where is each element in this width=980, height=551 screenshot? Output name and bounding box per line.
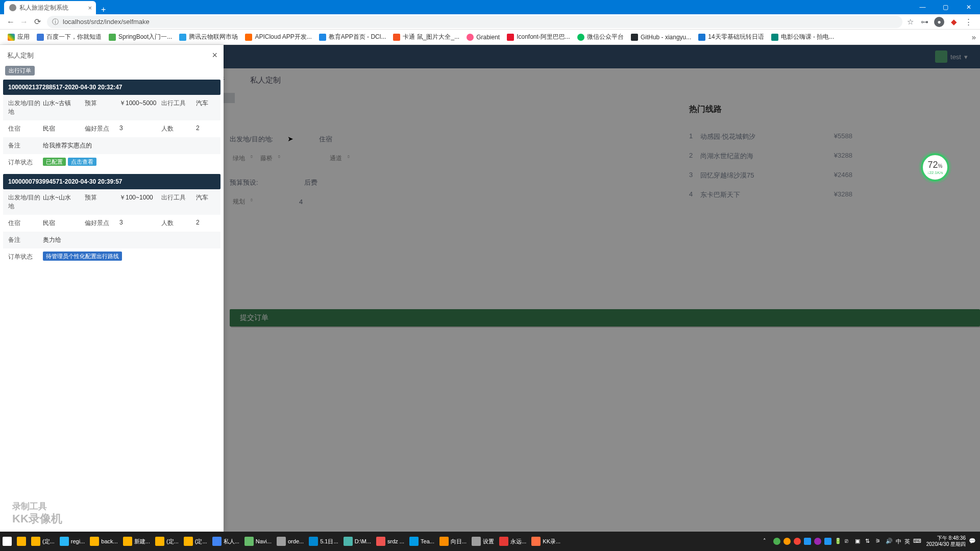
new-tab-button[interactable]: + [96, 5, 111, 14]
taskbar-app-label: 5.1日... [320, 538, 338, 545]
bookmark-item[interactable]: 卡通 鼠_图片大全_... [389, 31, 463, 44]
taskbar-clock[interactable]: 下午 8:48:36 2020/4/30 星期四 [923, 535, 966, 547]
bookmark-label: Iconfont-阿里巴巴... [517, 33, 570, 41]
taskbar-app[interactable]: D:\M... [341, 532, 374, 551]
speed-badge[interactable]: 72% ↓22.1K/s [921, 153, 949, 182]
drawer-title: 私人定制 [7, 51, 34, 60]
profile-icon[interactable]: ● [934, 17, 944, 27]
tray-icon[interactable] [773, 538, 780, 545]
close-tab-icon[interactable]: × [88, 4, 92, 12]
taskbar-app[interactable]: orde... [274, 532, 306, 551]
taskbar-app[interactable]: Navi... [242, 532, 274, 551]
forward-button[interactable]: → [17, 15, 31, 29]
cell-value: 2 [196, 219, 238, 228]
bookmark-item[interactable]: 电影公嗨课 - 拍电... [768, 31, 838, 44]
wifi-icon[interactable]: ⚞ [875, 538, 883, 545]
bookmark-item[interactable]: 腾讯云物联网市场 [176, 31, 241, 44]
volume-icon[interactable]: 🔊 [886, 538, 893, 545]
taskbar-app[interactable]: 5.1日... [306, 532, 340, 551]
close-drawer-button[interactable]: × [212, 50, 217, 61]
bookmark-icon [577, 34, 584, 41]
taskbar-app[interactable]: 向日... [437, 532, 469, 551]
cell-label: 订单状态 [8, 253, 43, 261]
cell-value: 汽车 [196, 99, 238, 116]
close-window-button[interactable]: ✕ [957, 0, 980, 14]
order-row: 住宿民宿偏好景点3人数2 [3, 120, 220, 137]
bookmark-icon [631, 34, 638, 41]
status-tag[interactable]: 已配置 [43, 158, 66, 166]
taskbar-app[interactable]: KK录... [529, 532, 563, 551]
tray-up-icon[interactable]: ˄ [763, 538, 770, 545]
cell-label: 备注 [8, 141, 43, 150]
side-drawer: 私人定制 × 出行订单 1000002137288517-2020-04-30 … [0, 45, 224, 532]
speed-sub: ↓22.1K/s [927, 170, 943, 175]
taskbar-app-label: Navi... [256, 538, 272, 544]
tray-icon[interactable]: ▣ [855, 538, 862, 545]
bookmark-label: 电影公嗨课 - 拍电... [781, 33, 835, 41]
maximize-button[interactable]: ▢ [934, 0, 957, 14]
taskbar: (定...regi...back...新建...(定...(定...私人...N… [0, 532, 980, 551]
status-tag[interactable]: 点击查看 [68, 158, 96, 166]
taskbar-app[interactable]: Tea... [407, 532, 437, 551]
taskbar-app[interactable]: regi... [57, 532, 88, 551]
tray-icon[interactable] [804, 538, 811, 545]
tray-icon[interactable] [814, 538, 821, 545]
bookmarks-bar: 应用 百度一下，你就知道 SpringBoot入门一... 腾讯云物联网市场 A… [0, 30, 980, 45]
start-button[interactable] [0, 532, 14, 551]
tray-icon[interactable]: ⎚ [845, 538, 852, 545]
bookmark-label: APICloud APP开发... [255, 33, 311, 41]
taskbar-app[interactable]: 设置 [469, 532, 497, 551]
taskbar-app-label: (定... [166, 538, 179, 545]
ime-icon[interactable]: ⌨ [913, 538, 920, 545]
bluetooth-icon[interactable] [824, 538, 831, 545]
order-card: 1000000793994571-2020-04-30 20:39:57出发地/… [3, 174, 220, 265]
taskbar-app[interactable]: 新建... [120, 532, 153, 551]
bookmark-item[interactable]: SpringBoot入门一... [105, 31, 176, 44]
taskbar-app[interactable]: srdz ... [374, 532, 407, 551]
bookmark-item[interactable]: Grabient [463, 31, 503, 44]
bookmark-item[interactable]: APICloud APP开发... [241, 31, 315, 44]
bookmark-item[interactable]: 百度一下，你就知道 [33, 31, 105, 44]
watermark-line2: KK录像机 [12, 512, 62, 525]
taskbar-app-icon [409, 537, 419, 546]
bookmark-icon [698, 34, 705, 41]
reload-button[interactable]: ⟳ [31, 15, 44, 29]
bookmark-item[interactable]: 14天零基础玩转日语 [695, 31, 767, 44]
tray-icon[interactable] [794, 538, 801, 545]
notifications-icon[interactable]: 💬 [969, 538, 976, 545]
bookmark-item[interactable]: Iconfont-阿里巴巴... [503, 31, 574, 44]
taskbar-file-explorer[interactable] [14, 532, 29, 551]
browser-tab[interactable]: 私人旅游定制系统 × [4, 1, 96, 14]
minimize-button[interactable]: — [911, 0, 934, 14]
ime-indicator[interactable]: 英 [904, 538, 910, 545]
extension-icon[interactable]: ◆ [949, 17, 959, 27]
cell-label: 预算 [85, 193, 119, 211]
url-input[interactable]: ⓘ localhost/srdz/index/selfmake [47, 16, 902, 28]
status-tag[interactable]: 待管理员个性化配置出行路线 [43, 252, 122, 261]
battery-icon[interactable]: 🔋 [835, 538, 842, 545]
tray-icon[interactable] [783, 538, 791, 545]
menu-icon[interactable]: ⋮ [964, 17, 973, 27]
network-icon[interactable]: ⇅ [865, 538, 872, 545]
apps-button[interactable]: 应用 [4, 31, 33, 44]
taskbar-app[interactable]: 私人... [210, 532, 242, 551]
taskbar-app[interactable]: back... [87, 532, 120, 551]
back-button[interactable]: ← [4, 15, 17, 29]
bookmark-item[interactable]: 微信公众平台 [574, 31, 627, 44]
key-icon[interactable]: ⊶ [920, 17, 929, 27]
bookmarks-overflow-icon[interactable]: » [972, 33, 976, 41]
order-row: 订单状态已配置点击查看 [3, 154, 220, 171]
taskbar-app[interactable]: (定... [153, 532, 181, 551]
bookmark-item[interactable]: GitHub - xiangyu... [627, 31, 695, 44]
bookmark-label: 卡通 鼠_图片大全_... [403, 33, 459, 41]
taskbar-app[interactable]: 永远... [497, 532, 529, 551]
cell-value: 2 [196, 124, 238, 133]
taskbar-app-label: 私人... [224, 538, 239, 545]
site-info-icon[interactable]: ⓘ [52, 17, 59, 27]
star-icon[interactable]: ☆ [905, 17, 915, 27]
ime-indicator[interactable]: 中 [896, 538, 901, 545]
taskbar-app[interactable]: (定... [29, 532, 57, 551]
taskbar-app[interactable]: (定... [181, 532, 210, 551]
cell-label: 人数 [161, 219, 196, 228]
bookmark-item[interactable]: 教育APP首页 - DCl... [315, 31, 390, 44]
